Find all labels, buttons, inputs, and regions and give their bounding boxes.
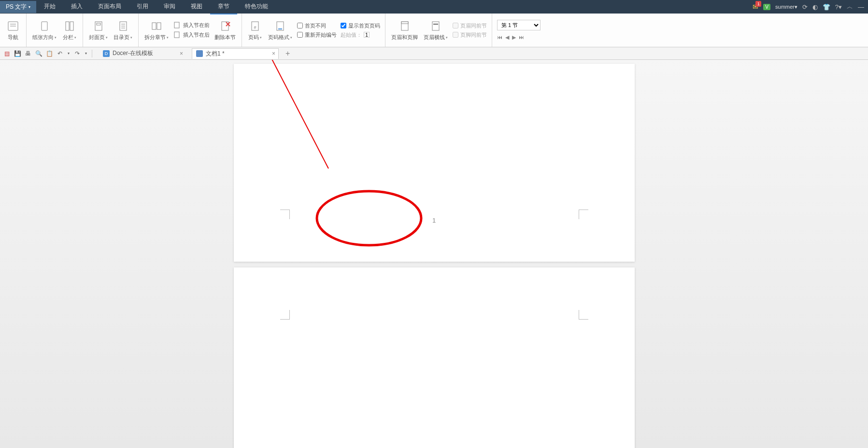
- cover-button[interactable]: 封面页▾: [86, 18, 111, 42]
- checkbox-icon[interactable]: [297, 32, 303, 38]
- preview-icon[interactable]: 🔍: [35, 50, 43, 57]
- shirt-icon[interactable]: 👕: [823, 3, 830, 11]
- group-cover: 封面页▾ 目录页▾: [83, 14, 139, 47]
- margin-corner-icon: [280, 310, 290, 320]
- page-1[interactable]: 1: [234, 64, 635, 262]
- collapse-icon[interactable]: ︿: [847, 2, 853, 11]
- help-icon[interactable]: ?▾: [835, 3, 842, 11]
- page-number: 1: [432, 217, 436, 224]
- chevron-down-icon[interactable]: ▾: [84, 50, 88, 57]
- print-icon[interactable]: 🖶: [24, 50, 32, 57]
- menu-start[interactable]: 开始: [36, 0, 63, 14]
- insert-before-button[interactable]: 插入节在前: [173, 22, 210, 29]
- close-icon[interactable]: ×: [180, 50, 183, 57]
- pagenum-button[interactable]: # 页码▾: [245, 18, 265, 42]
- chevron-down-icon: ▾: [446, 36, 448, 40]
- app-name-text: PS 文字: [6, 3, 27, 11]
- menu-insert[interactable]: 插入: [63, 0, 90, 14]
- insert-after-button[interactable]: 插入节在后: [173, 31, 210, 39]
- paste-icon[interactable]: 📋: [45, 50, 53, 57]
- delete-section-button[interactable]: 删除本节: [212, 18, 239, 42]
- pdf-icon[interactable]: ▤: [3, 50, 11, 57]
- orient-label: 纸张方向: [32, 34, 54, 41]
- tab-docer[interactable]: D Docer-在线模板 ×: [99, 48, 186, 58]
- menu-reference[interactable]: 引用: [129, 0, 156, 14]
- app-title[interactable]: PS 文字 ▾: [0, 1, 36, 13]
- group-nav: 导航: [0, 14, 27, 47]
- footer-same-check: 页脚同前节: [453, 31, 487, 39]
- chevron-down-icon: ▾: [167, 36, 169, 40]
- toc-button[interactable]: 目录页▾: [111, 18, 135, 42]
- redo-icon[interactable]: ↷: [73, 50, 81, 57]
- chevron-down-icon[interactable]: ▾: [67, 50, 71, 57]
- header-line-button[interactable]: 页眉横线▾: [421, 18, 451, 42]
- show-first-check[interactable]: 显示首页页码: [341, 22, 380, 29]
- toc-icon: [116, 19, 130, 33]
- header-footer-button[interactable]: 页眉和页脚: [388, 18, 421, 42]
- header-same-stack: 页眉同前节 页脚同前节: [451, 21, 489, 40]
- mail-icon[interactable]: ✉1: [753, 3, 758, 11]
- moon-icon[interactable]: ◐: [812, 3, 818, 11]
- checkbox-icon[interactable]: [341, 23, 346, 28]
- pageformat-button[interactable]: 页码格式▾: [265, 18, 295, 42]
- group-page-setup: 纸张方向▾ 分栏▾: [27, 14, 83, 47]
- menu-review[interactable]: 审阅: [156, 0, 183, 14]
- svg-rect-7: [97, 23, 100, 25]
- menu-section[interactable]: 章节: [210, 0, 237, 14]
- group-header: 页眉和页脚 页眉横线▾ 页眉同前节 页脚同前节: [385, 14, 492, 47]
- cover-icon: [92, 19, 105, 33]
- minimize-icon[interactable]: —: [858, 3, 864, 11]
- menu-features[interactable]: 特色功能: [237, 0, 276, 14]
- checkbox-icon[interactable]: [297, 23, 303, 28]
- start-value-input[interactable]: [364, 32, 370, 38]
- header-same-label: 页眉同前节: [460, 22, 487, 29]
- cover-label: 封面页: [89, 34, 105, 41]
- pagenum-options: 首页不同 重新开始编号: [295, 21, 339, 40]
- svg-rect-3: [42, 22, 47, 30]
- group-section: 拆分章节▾ 插入节在前 插入节在后 删除本节: [139, 14, 242, 47]
- first-diff-check[interactable]: 首页不同: [297, 22, 337, 29]
- pagenum-label: 页码: [248, 34, 259, 41]
- undo-icon[interactable]: ↶: [56, 50, 64, 57]
- nav-button[interactable]: 导航: [3, 18, 23, 42]
- columns-icon: [63, 19, 76, 33]
- page-2[interactable]: [234, 267, 635, 448]
- doc-icon: [196, 50, 203, 57]
- restart-check[interactable]: 重新开始编号: [297, 31, 337, 39]
- restart-label: 重新开始编号: [305, 31, 337, 39]
- split-button[interactable]: 拆分章节▾: [142, 18, 171, 42]
- insert-before-label: 插入节在前: [183, 22, 210, 29]
- svg-rect-24: [401, 22, 408, 24]
- close-icon[interactable]: ×: [272, 50, 275, 57]
- orient-button[interactable]: 纸张方向▾: [29, 18, 59, 42]
- next-icon[interactable]: ▶: [512, 34, 516, 41]
- menu-layout[interactable]: 页面布局: [90, 0, 129, 14]
- orient-icon: [38, 19, 51, 33]
- save-icon[interactable]: 💾: [14, 50, 21, 57]
- header-footer-label: 页眉和页脚: [391, 34, 418, 41]
- user-badge: V: [763, 4, 770, 10]
- chevron-down-icon: ▾: [28, 5, 30, 9]
- sync-icon[interactable]: ⟳: [802, 3, 808, 11]
- chevron-down-icon: ▾: [290, 36, 292, 40]
- toc-label: 目录页: [114, 34, 129, 41]
- last-icon[interactable]: ⏭: [519, 34, 524, 41]
- menu-items: 开始 插入 页面布局 引用 审阅 视图 章节 特色功能: [36, 0, 276, 14]
- document-canvas: 1: [0, 60, 868, 448]
- user-name[interactable]: summer▾: [775, 4, 797, 10]
- menu-view[interactable]: 视图: [183, 0, 210, 14]
- prev-icon[interactable]: ◀: [505, 34, 509, 41]
- chevron-down-icon: ▾: [130, 36, 132, 40]
- margin-corner-icon: [280, 210, 290, 219]
- columns-label: 分栏: [63, 34, 73, 41]
- header-line-label: 页眉横线: [424, 34, 445, 41]
- first-icon[interactable]: ⏮: [497, 34, 502, 41]
- svg-rect-15: [174, 32, 179, 38]
- section-select[interactable]: 第 1 节: [497, 20, 541, 30]
- add-tab-button[interactable]: +: [282, 49, 294, 58]
- columns-button[interactable]: 分栏▾: [59, 18, 80, 42]
- tab-document1[interactable]: 文档1 * ×: [192, 48, 279, 59]
- docer-icon: D: [103, 50, 110, 57]
- tab-docer-label: Docer-在线模板: [113, 49, 153, 57]
- svg-rect-14: [174, 22, 179, 28]
